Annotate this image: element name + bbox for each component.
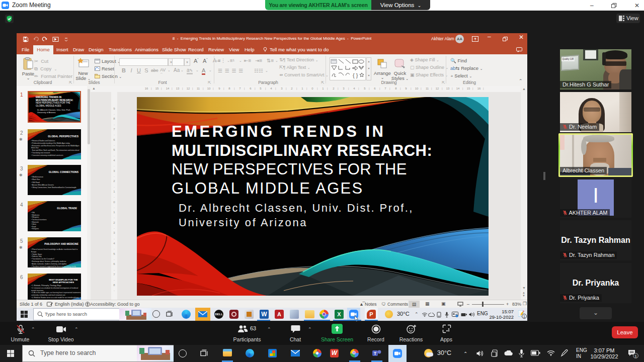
svg-text:{ }: { } [353,72,358,78]
svg-text:T: T [374,351,377,356]
